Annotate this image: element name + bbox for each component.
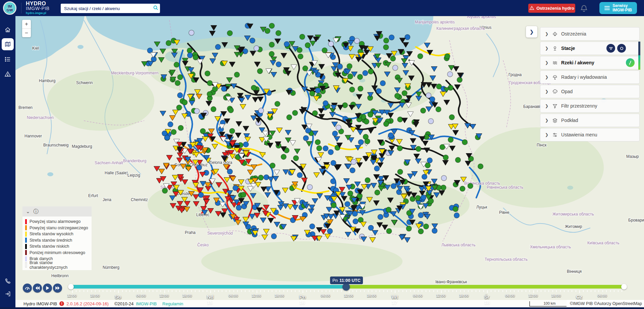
station-marker-triangle[interactable] [302,178,308,183]
station-marker-circle[interactable] [178,125,183,131]
station-marker-circle[interactable] [406,226,412,231]
station-marker-circle[interactable] [441,185,446,190]
station-marker-triangle[interactable] [236,121,242,126]
station-marker-circle[interactable] [312,111,318,116]
station-marker-triangle[interactable] [172,110,178,115]
station-marker-circle[interactable] [270,163,275,168]
info-icon[interactable]: ⓘ [34,208,39,215]
station-marker-circle[interactable] [187,53,193,58]
panel-collapse-button[interactable]: ❯ [526,26,537,38]
station-marker-circle[interactable] [430,97,435,102]
station-marker-circle[interactable] [457,77,462,82]
station-marker-triangle[interactable] [448,65,454,70]
station-marker-circle[interactable] [323,146,328,151]
station-marker-triangle[interactable] [212,144,218,149]
station-marker-triangle[interactable] [252,97,258,102]
station-marker-circle[interactable] [175,80,180,86]
station-marker-triangle[interactable] [189,101,195,106]
footer-version[interactable]: 2.0.16.2 (2024-09-16) [66,301,109,306]
panel-item-alert-diamond[interactable]: ❯Ostrzeżenia [540,27,640,41]
station-marker-triangle[interactable] [408,112,414,117]
station-marker-triangle[interactable] [357,163,363,168]
animation-speed-button[interactable] [23,284,32,293]
station-marker-circle[interactable] [303,135,309,141]
station-marker-triangle[interactable] [177,153,183,158]
station-marker-circle[interactable] [297,47,302,53]
station-marker-circle[interactable] [378,214,383,220]
station-marker-triangle[interactable] [442,160,448,165]
station-marker-circle[interactable] [428,119,434,124]
station-marker-circle[interactable] [310,91,315,96]
station-marker-triangle[interactable] [274,222,280,227]
station-marker-triangle[interactable] [245,137,251,142]
timeline-current-handle[interactable] [342,283,350,291]
station-marker-circle[interactable] [166,41,171,46]
notifications-bell-icon[interactable] [580,4,588,13]
station-marker-circle[interactable] [397,169,403,175]
imgw-logo[interactable]: IM GW [3,1,16,15]
station-marker-circle[interactable] [305,43,310,48]
step-forward-button[interactable] [53,284,62,293]
station-marker-triangle[interactable] [245,95,251,100]
station-marker-triangle[interactable] [422,141,428,146]
station-marker-triangle[interactable] [314,173,320,178]
step-back-button[interactable] [33,284,42,293]
station-marker-triangle[interactable] [329,112,335,117]
station-marker-circle[interactable] [397,117,403,122]
station-marker-triangle[interactable] [276,128,282,133]
sidebar-item-signin[interactable] [0,288,15,300]
station-marker-circle[interactable] [164,135,170,140]
station-marker-circle[interactable] [205,71,210,76]
station-marker-circle[interactable] [310,224,315,229]
panel-item-funnel[interactable]: ❯Filtr przestrzenny [540,99,640,113]
station-marker-circle[interactable] [171,129,176,135]
station-marker-circle[interactable] [251,85,257,90]
station-marker-triangle[interactable] [452,130,459,135]
station-marker-circle[interactable] [418,54,423,59]
station-marker-triangle[interactable] [292,205,298,210]
station-marker-circle[interactable] [258,175,264,180]
station-marker-circle[interactable] [331,160,336,166]
station-marker-triangle[interactable] [424,43,430,48]
station-marker-circle[interactable] [221,86,227,91]
station-marker-circle[interactable] [392,65,398,70]
station-marker-triangle[interactable] [388,113,394,118]
station-marker-circle[interactable] [368,112,373,117]
station-marker-triangle[interactable] [202,136,208,141]
station-marker-circle[interactable] [168,122,173,127]
station-marker-circle[interactable] [394,93,400,99]
station-marker-triangle[interactable] [370,160,376,165]
station-marker-triangle[interactable] [372,230,378,235]
station-marker-triangle[interactable] [273,176,279,181]
circle-marker-toggle[interactable] [617,44,626,53]
station-marker-triangle[interactable] [408,174,414,179]
panel-item-sliders[interactable]: ❯Ustawienia menu [540,128,640,141]
station-marker-circle[interactable] [200,128,206,134]
station-marker-circle[interactable] [254,46,259,51]
zoom-out-button[interactable]: − [22,28,31,37]
station-marker-triangle[interactable] [404,238,410,243]
station-marker-triangle[interactable] [350,127,356,132]
station-marker-circle[interactable] [328,149,333,155]
station-marker-circle[interactable] [365,139,370,144]
station-marker-circle[interactable] [455,157,461,163]
station-marker-circle[interactable] [331,203,336,208]
station-marker-triangle[interactable] [260,218,266,223]
station-marker-triangle[interactable] [318,109,324,114]
search-input[interactable] [61,6,151,11]
station-marker-circle[interactable] [233,185,238,191]
station-marker-circle[interactable] [293,156,299,161]
station-marker-circle[interactable] [276,62,281,67]
station-marker-circle[interactable] [478,164,483,169]
station-marker-triangle[interactable] [320,229,326,234]
station-marker-circle[interactable] [323,101,328,106]
station-marker-circle[interactable] [358,139,364,145]
station-marker-triangle[interactable] [257,97,263,102]
station-marker-circle[interactable] [453,206,458,212]
station-marker-triangle[interactable] [240,104,246,109]
station-marker-circle[interactable] [211,107,216,112]
station-marker-circle[interactable] [297,172,303,178]
station-marker-triangle[interactable] [453,66,459,71]
station-marker-triangle[interactable] [308,209,314,214]
station-marker-circle[interactable] [250,38,255,43]
